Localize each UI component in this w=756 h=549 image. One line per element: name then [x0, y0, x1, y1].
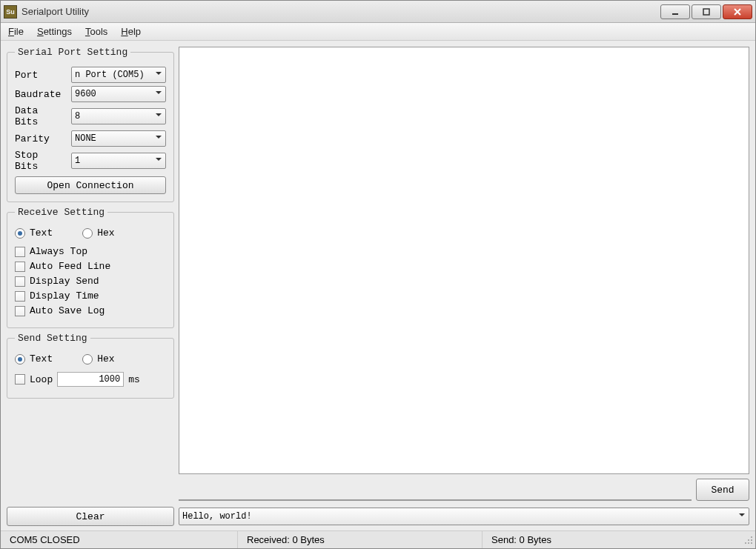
svg-point-2 [751, 536, 752, 538]
always-top-checkbox[interactable] [15, 247, 25, 257]
send-button[interactable]: Send [696, 479, 749, 501]
display-send-checkbox[interactable] [15, 276, 25, 287]
parity-combobox[interactable]: NONE [71, 130, 166, 147]
window-title: Serialport Utility [21, 6, 660, 17]
svg-point-3 [748, 539, 749, 541]
menu-settings[interactable]: Settings [37, 26, 72, 37]
statusbar: COM5 CLOSED Received: 0 Bytes Send: 0 By… [1, 530, 755, 548]
stopbits-value: 1 [75, 156, 80, 166]
bottom-toolbar: Clear Hello, world! [1, 504, 755, 530]
open-connection-button[interactable]: Open Connection [15, 176, 166, 194]
chevron-down-icon [155, 111, 162, 122]
svg-point-6 [748, 542, 749, 544]
display-time-checkbox[interactable] [15, 291, 25, 302]
send-hex-label: Hex [97, 353, 114, 365]
databits-combobox[interactable]: 8 [71, 108, 166, 124]
close-button[interactable] [723, 4, 752, 19]
port-combobox[interactable]: n Port (COM5) [71, 67, 166, 83]
serial-port-setting-legend: Serial Port Setting [15, 47, 130, 58]
menubar: File Settings Tools Help [1, 23, 755, 41]
receive-text-radio[interactable] [15, 228, 25, 239]
loop-interval-input[interactable] [57, 372, 124, 387]
app-window: Su Serialport Utility File Settings Tool… [0, 0, 756, 549]
baudrate-value: 9600 [75, 89, 96, 99]
chevron-down-icon [738, 511, 746, 522]
always-top-label: Always Top [30, 246, 87, 257]
loop-checkbox[interactable] [15, 374, 25, 385]
baudrate-label: Baudrate [15, 89, 67, 100]
left-panel: Serial Port Setting Port n Port (COM5) B… [7, 47, 174, 501]
send-text-radio[interactable] [15, 354, 25, 365]
send-text-label: Text [30, 353, 53, 365]
status-received: Received: 0 Bytes [238, 531, 483, 548]
chevron-down-icon [155, 133, 162, 144]
loop-label: Loop [30, 374, 53, 385]
port-label: Port [15, 70, 67, 81]
parity-value: NONE [75, 133, 96, 144]
clear-button[interactable]: Clear [7, 507, 174, 526]
svg-point-4 [751, 539, 752, 541]
menu-help[interactable]: Help [121, 26, 141, 37]
resize-grip-icon[interactable] [740, 533, 755, 547]
auto-save-label: Auto Save Log [30, 305, 105, 316]
loop-unit-label: ms [128, 374, 140, 385]
auto-feed-label: Auto Feed Line [30, 261, 110, 272]
send-setting-legend: Send Setting [15, 333, 90, 344]
auto-save-checkbox[interactable] [15, 306, 25, 316]
chevron-down-icon [155, 156, 162, 166]
send-hex-radio[interactable] [82, 354, 93, 365]
chevron-down-icon [155, 70, 162, 80]
receive-text-label: Text [30, 227, 53, 239]
receive-setting-legend: Receive Setting [15, 207, 107, 218]
history-combobox[interactable]: Hello, world! [179, 508, 749, 525]
stopbits-label: Stop Bits [15, 150, 67, 172]
display-time-label: Display Time [30, 290, 99, 302]
serial-port-setting-group: Serial Port Setting Port n Port (COM5) B… [7, 47, 174, 202]
stopbits-combobox[interactable]: 1 [71, 153, 166, 169]
status-sent: Send: 0 Bytes [483, 531, 740, 548]
app-icon: Su [4, 5, 17, 19]
titlebar: Su Serialport Utility [1, 1, 755, 23]
svg-point-5 [745, 542, 746, 544]
receive-hex-radio[interactable] [82, 228, 93, 239]
databits-label: Data Bits [15, 105, 67, 127]
status-port: COM5 CLOSED [1, 531, 238, 548]
baudrate-combobox[interactable]: 9600 [71, 86, 166, 102]
svg-point-7 [751, 542, 752, 544]
menu-file[interactable]: File [8, 26, 24, 37]
svg-rect-0 [672, 13, 678, 15]
menu-tools[interactable]: Tools [85, 26, 107, 37]
chevron-down-icon [155, 89, 162, 99]
send-setting-group: Send Setting Text Hex Loop ms [7, 333, 174, 399]
parity-label: Parity [15, 133, 67, 144]
receive-textarea[interactable] [179, 47, 749, 474]
svg-rect-1 [703, 9, 709, 15]
port-value: n Port (COM5) [75, 70, 145, 80]
send-textarea[interactable] [179, 499, 692, 501]
content-area: Serial Port Setting Port n Port (COM5) B… [1, 41, 755, 504]
maximize-button[interactable] [692, 4, 721, 19]
receive-hex-label: Hex [97, 227, 114, 239]
minimize-button[interactable] [660, 4, 690, 19]
right-panel: Send [179, 47, 749, 501]
receive-setting-group: Receive Setting Text Hex Always Top [7, 207, 174, 328]
auto-feed-checkbox[interactable] [15, 262, 25, 272]
display-send-label: Display Send [30, 276, 99, 287]
databits-value: 8 [75, 111, 80, 122]
history-value: Hello, world! [182, 511, 252, 522]
window-buttons [660, 4, 752, 19]
